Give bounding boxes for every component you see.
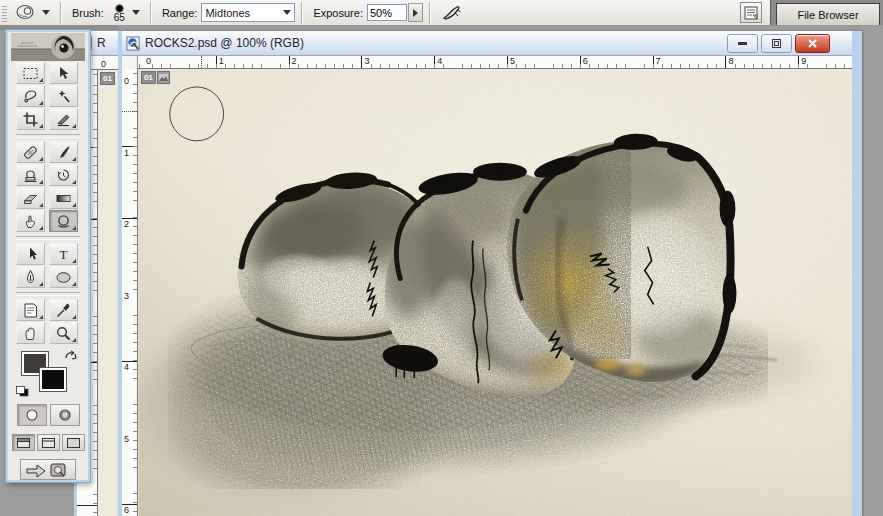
flyout-arrow-icon — [39, 157, 43, 161]
tool-options-bar: Brush: 65 Range: Midtones Exposure: — [0, 0, 883, 26]
restore-button[interactable] — [761, 34, 792, 53]
ruler-label: 1 — [219, 57, 224, 66]
flyout-arrow-icon — [39, 315, 43, 319]
ruler-label: 5 — [510, 57, 515, 66]
standard-mode-button[interactable] — [17, 404, 47, 426]
airbrush-icon — [441, 4, 463, 22]
horizontal-ruler: 0123456789 — [138, 56, 852, 69]
brush-preset-picker[interactable]: 65 — [108, 2, 144, 24]
close-button[interactable] — [795, 34, 830, 53]
ruler-label: 6 — [583, 57, 588, 66]
cursor-position-marker — [201, 56, 202, 68]
toolbox-palette: T — [6, 30, 90, 482]
flyout-arrow-icon — [72, 315, 76, 319]
tool-lasso[interactable] — [16, 85, 45, 107]
tool-preset-picker[interactable] — [11, 1, 54, 25]
background-window-title: R — [97, 36, 106, 50]
ruler-label: 0 — [146, 57, 151, 66]
restore-icon — [772, 39, 781, 48]
ruler-label: 2 — [124, 220, 129, 229]
burn-tool-icon — [15, 3, 37, 23]
document-titlebar[interactable]: ROCKS2.psd @ 100% (RGB) — [122, 31, 852, 56]
ruler-label: 0 — [124, 77, 129, 86]
tool-crop[interactable] — [16, 108, 45, 130]
flyout-arrow-icon — [39, 124, 43, 128]
tool-brush[interactable] — [49, 141, 78, 163]
tool-type[interactable]: T — [49, 243, 78, 265]
ruler-label: 5 — [124, 435, 129, 444]
tool-healing-brush[interactable] — [16, 141, 45, 163]
options-bar-gripper[interactable] — [2, 4, 7, 22]
brush-preview: 65 — [114, 4, 125, 22]
separator — [301, 2, 303, 24]
tool-rectangular-marquee[interactable] — [16, 62, 45, 84]
flyout-arrow-icon — [39, 282, 43, 286]
brush-size-value: 65 — [114, 13, 125, 22]
photoshop-artwork[interactable] — [11, 33, 85, 61]
background-color-swatch[interactable] — [40, 368, 66, 391]
range-label: Range: — [162, 7, 197, 19]
tool-pen[interactable] — [16, 266, 45, 288]
range-dropdown[interactable]: Midtones — [201, 3, 295, 22]
exposure-input[interactable] — [367, 4, 407, 21]
tool-history-brush[interactable] — [49, 164, 78, 186]
minimize-icon — [738, 42, 747, 45]
fullscreen-with-menu-button[interactable] — [37, 434, 60, 451]
tool-magic-wand[interactable] — [49, 85, 78, 107]
standard-screen-mode-button[interactable] — [12, 434, 35, 451]
ruler-label: 2 — [292, 57, 297, 66]
tool-move[interactable] — [49, 62, 78, 84]
ruler-label: 4 — [124, 363, 129, 372]
ruler-label: 1 — [124, 149, 129, 158]
jump-to-imageready-button[interactable] — [20, 459, 76, 480]
chevron-down-icon — [42, 10, 50, 15]
arrow-right-icon — [413, 9, 418, 17]
flyout-arrow-icon — [72, 226, 76, 230]
airbrush-toggle[interactable] — [437, 2, 467, 24]
tool-eraser[interactable] — [16, 187, 45, 209]
range-value: Midtones — [205, 7, 250, 19]
window-controls — [727, 34, 830, 53]
tool-clone-stamp[interactable] — [16, 164, 45, 186]
tool-ellipse[interactable] — [49, 266, 78, 288]
flyout-arrow-icon — [72, 282, 76, 286]
swap-colors-icon[interactable] — [64, 350, 78, 363]
screen-mode-buttons — [12, 434, 85, 451]
ruler-label: 8 — [728, 57, 733, 66]
vertical-ruler: 0123456 — [122, 69, 138, 516]
rock-painting — [138, 69, 852, 516]
exposure-slider-button[interactable] — [408, 3, 423, 22]
ruler-label: 4 — [437, 57, 442, 66]
palette-well: File Browser — [740, 0, 883, 25]
color-swatches — [16, 350, 80, 396]
tool-gradient[interactable] — [49, 187, 78, 209]
separator — [429, 2, 431, 24]
ruler-label: 3 — [364, 57, 369, 66]
default-colors-icon[interactable] — [16, 386, 29, 397]
separator — [60, 2, 62, 24]
tool-burn[interactable] — [49, 210, 78, 232]
flyout-arrow-icon — [39, 180, 43, 184]
minimize-button[interactable] — [727, 34, 758, 53]
toggle-brushes-palette-button[interactable] — [740, 2, 762, 23]
file-browser-label: File Browser — [797, 9, 858, 21]
tool-hand[interactable] — [16, 322, 45, 344]
tools-grid: T — [16, 61, 80, 344]
tool-slice[interactable] — [49, 108, 78, 130]
svg-text:T: T — [60, 247, 68, 262]
file-browser-tab[interactable]: File Browser — [776, 3, 880, 25]
document-window: ROCKS2.psd @ 100% (RGB) 0123456789 — [118, 31, 862, 516]
close-icon — [808, 39, 817, 48]
separator — [150, 2, 152, 24]
flyout-arrow-icon — [72, 180, 76, 184]
document-canvas[interactable]: 01 — [138, 69, 852, 516]
tool-smudge[interactable] — [16, 210, 45, 232]
tool-path-selection[interactable] — [16, 243, 45, 265]
slice-image-icon — [159, 74, 168, 81]
tool-zoom[interactable] — [49, 322, 78, 344]
fullscreen-button[interactable] — [62, 434, 85, 451]
tool-notes[interactable] — [16, 299, 45, 321]
brush-label: Brush: — [72, 7, 104, 19]
tool-eyedropper[interactable] — [49, 299, 78, 321]
quick-mask-mode-button[interactable] — [50, 404, 80, 426]
